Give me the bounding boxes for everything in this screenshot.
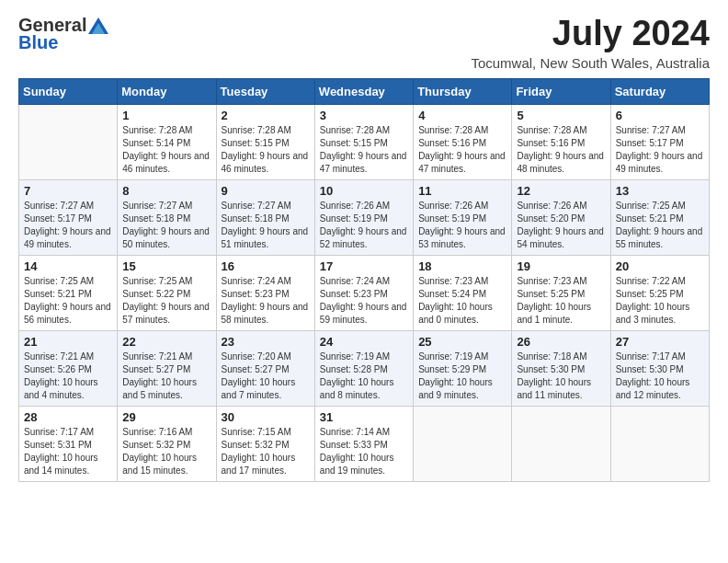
weekday-header: Wednesday: [314, 78, 413, 104]
page-header: General Blue July 2024 Tocumwal, New Sou…: [18, 15, 710, 71]
day-number: 29: [122, 410, 210, 424]
calendar-cell: 10 Sunrise: 7:26 AM Sunset: 5:19 PM Dayl…: [314, 179, 413, 255]
sunset-text: Sunset: 5:23 PM: [222, 288, 310, 301]
daylight-text: Daylight: 10 hours and 19 minutes.: [320, 452, 408, 477]
daylight-text: Daylight: 9 hours and 51 minutes.: [222, 225, 310, 251]
day-info: Sunrise: 7:25 AM Sunset: 5:21 PM Dayligh…: [24, 275, 112, 327]
calendar-cell: 21 Sunrise: 7:21 AM Sunset: 5:26 PM Dayl…: [19, 330, 118, 406]
daylight-text: Daylight: 9 hours and 57 minutes.: [122, 301, 210, 327]
day-number: 7: [24, 184, 112, 198]
sunrise-text: Sunrise: 7:21 AM: [122, 350, 210, 363]
day-number: 19: [517, 259, 605, 273]
day-info: Sunrise: 7:26 AM Sunset: 5:20 PM Dayligh…: [517, 200, 605, 251]
day-info: Sunrise: 7:27 AM Sunset: 5:18 PM Dayligh…: [122, 200, 210, 251]
day-number: 17: [320, 259, 408, 273]
day-number: 6: [616, 109, 704, 122]
logo-text-blue: Blue: [18, 32, 58, 53]
daylight-text: Daylight: 10 hours and 17 minutes.: [222, 452, 310, 477]
sunset-text: Sunset: 5:19 PM: [418, 213, 506, 225]
weekday-header: Sunday: [19, 78, 118, 104]
calendar-cell: 1 Sunrise: 7:28 AM Sunset: 5:14 PM Dayli…: [118, 104, 216, 179]
sunrise-text: Sunrise: 7:28 AM: [418, 124, 506, 137]
day-info: Sunrise: 7:16 AM Sunset: 5:32 PM Dayligh…: [122, 426, 210, 477]
daylight-text: Daylight: 10 hours and 8 minutes.: [320, 376, 408, 402]
daylight-text: Daylight: 9 hours and 52 minutes.: [320, 225, 408, 251]
calendar-week-row: 14 Sunrise: 7:25 AM Sunset: 5:21 PM Dayl…: [19, 255, 710, 330]
calendar-week-row: 1 Sunrise: 7:28 AM Sunset: 5:14 PM Dayli…: [19, 104, 710, 179]
daylight-text: Daylight: 9 hours and 47 minutes.: [320, 150, 408, 176]
sunrise-text: Sunrise: 7:25 AM: [24, 275, 112, 288]
calendar-cell: 13 Sunrise: 7:25 AM Sunset: 5:21 PM Dayl…: [610, 179, 709, 255]
day-number: 26: [517, 335, 605, 349]
main-title: July 2024: [471, 15, 710, 53]
sunset-text: Sunset: 5:29 PM: [418, 363, 506, 376]
sunset-text: Sunset: 5:23 PM: [320, 288, 408, 301]
day-number: 4: [418, 109, 506, 122]
day-info: Sunrise: 7:27 AM Sunset: 5:17 PM Dayligh…: [24, 200, 112, 251]
calendar-cell: 11 Sunrise: 7:26 AM Sunset: 5:19 PM Dayl…: [414, 179, 512, 255]
day-info: Sunrise: 7:23 AM Sunset: 5:25 PM Dayligh…: [517, 275, 605, 327]
sunset-text: Sunset: 5:18 PM: [122, 213, 210, 225]
sunset-text: Sunset: 5:27 PM: [222, 363, 310, 376]
day-info: Sunrise: 7:23 AM Sunset: 5:24 PM Dayligh…: [418, 275, 506, 327]
daylight-text: Daylight: 9 hours and 49 minutes.: [616, 150, 704, 176]
day-info: Sunrise: 7:22 AM Sunset: 5:25 PM Dayligh…: [616, 275, 704, 327]
day-info: Sunrise: 7:19 AM Sunset: 5:28 PM Dayligh…: [320, 350, 408, 402]
daylight-text: Daylight: 9 hours and 48 minutes.: [517, 150, 605, 176]
calendar-cell: 9 Sunrise: 7:27 AM Sunset: 5:18 PM Dayli…: [216, 179, 314, 255]
day-info: Sunrise: 7:17 AM Sunset: 5:31 PM Dayligh…: [24, 426, 112, 477]
sunset-text: Sunset: 5:19 PM: [320, 213, 408, 225]
sunrise-text: Sunrise: 7:25 AM: [616, 200, 704, 213]
day-number: 31: [320, 410, 408, 424]
day-number: 25: [418, 335, 506, 349]
sunset-text: Sunset: 5:16 PM: [517, 137, 605, 150]
day-number: 16: [222, 259, 310, 273]
day-info: Sunrise: 7:25 AM Sunset: 5:21 PM Dayligh…: [616, 200, 704, 251]
calendar-cell: 27 Sunrise: 7:17 AM Sunset: 5:30 PM Dayl…: [610, 330, 709, 406]
sunrise-text: Sunrise: 7:24 AM: [222, 275, 310, 288]
calendar-week-row: 21 Sunrise: 7:21 AM Sunset: 5:26 PM Dayl…: [19, 330, 710, 406]
sunrise-text: Sunrise: 7:21 AM: [24, 350, 112, 363]
sunrise-text: Sunrise: 7:28 AM: [122, 124, 210, 137]
sunrise-text: Sunrise: 7:27 AM: [616, 124, 704, 137]
sunset-text: Sunset: 5:33 PM: [320, 439, 408, 452]
sunrise-text: Sunrise: 7:23 AM: [517, 275, 605, 288]
calendar-cell: [512, 406, 610, 481]
calendar-cell: 16 Sunrise: 7:24 AM Sunset: 5:23 PM Dayl…: [216, 255, 314, 330]
sunrise-text: Sunrise: 7:17 AM: [616, 350, 704, 363]
day-info: Sunrise: 7:28 AM Sunset: 5:15 PM Dayligh…: [222, 124, 310, 176]
sunrise-text: Sunrise: 7:22 AM: [616, 275, 704, 288]
day-number: 3: [320, 109, 408, 122]
day-info: Sunrise: 7:27 AM Sunset: 5:17 PM Dayligh…: [616, 124, 704, 176]
day-number: 21: [24, 335, 112, 349]
sunrise-text: Sunrise: 7:28 AM: [517, 124, 605, 137]
daylight-text: Daylight: 9 hours and 49 minutes.: [24, 225, 112, 251]
day-number: 13: [616, 184, 704, 198]
subtitle: Tocumwal, New South Wales, Australia: [471, 55, 710, 71]
logo-icon: [88, 17, 108, 34]
day-info: Sunrise: 7:28 AM Sunset: 5:14 PM Dayligh…: [122, 124, 210, 176]
sunset-text: Sunset: 5:28 PM: [320, 363, 408, 376]
sunrise-text: Sunrise: 7:18 AM: [517, 350, 605, 363]
calendar-header-row: SundayMondayTuesdayWednesdayThursdayFrid…: [19, 78, 710, 104]
day-info: Sunrise: 7:20 AM Sunset: 5:27 PM Dayligh…: [222, 350, 310, 402]
calendar-cell: 12 Sunrise: 7:26 AM Sunset: 5:20 PM Dayl…: [512, 179, 610, 255]
sunset-text: Sunset: 5:14 PM: [122, 137, 210, 150]
daylight-text: Daylight: 9 hours and 58 minutes.: [222, 301, 310, 327]
day-number: 10: [320, 184, 408, 198]
calendar-week-row: 28 Sunrise: 7:17 AM Sunset: 5:31 PM Dayl…: [19, 406, 710, 481]
daylight-text: Daylight: 9 hours and 47 minutes.: [418, 150, 506, 176]
daylight-text: Daylight: 9 hours and 46 minutes.: [222, 150, 310, 176]
calendar-cell: 24 Sunrise: 7:19 AM Sunset: 5:28 PM Dayl…: [314, 330, 413, 406]
day-number: 2: [222, 109, 310, 122]
sunrise-text: Sunrise: 7:25 AM: [122, 275, 210, 288]
daylight-text: Daylight: 9 hours and 54 minutes.: [517, 225, 605, 251]
calendar-cell: 15 Sunrise: 7:25 AM Sunset: 5:22 PM Dayl…: [118, 255, 216, 330]
calendar-cell: 20 Sunrise: 7:22 AM Sunset: 5:25 PM Dayl…: [610, 255, 709, 330]
daylight-text: Daylight: 10 hours and 0 minutes.: [418, 301, 506, 327]
calendar-cell: 28 Sunrise: 7:17 AM Sunset: 5:31 PM Dayl…: [19, 406, 118, 481]
day-info: Sunrise: 7:26 AM Sunset: 5:19 PM Dayligh…: [418, 200, 506, 251]
day-number: 14: [24, 259, 112, 273]
calendar-cell: 30 Sunrise: 7:15 AM Sunset: 5:32 PM Dayl…: [216, 406, 314, 481]
sunset-text: Sunset: 5:21 PM: [616, 213, 704, 225]
